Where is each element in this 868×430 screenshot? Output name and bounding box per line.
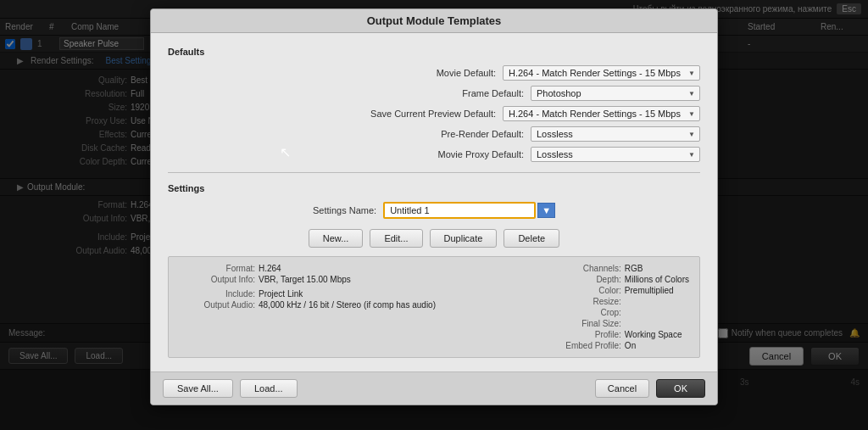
footer-left: Save All... Load... (163, 379, 298, 398)
modal-divider (168, 172, 700, 173)
movie-proxy-select[interactable]: Lossless (531, 147, 700, 162)
mi-include-val: Project Link (259, 289, 303, 299)
save-preview-wrapper: H.264 - Match Render Settings - 15 Mbps (503, 106, 700, 121)
movie-proxy-wrapper: Lossless (531, 147, 700, 162)
modal-cancel-button[interactable]: Cancel (595, 379, 649, 398)
pre-render-row: Pre-Render Default: Lossless (168, 126, 700, 142)
frame-default-select[interactable]: Photoshop (531, 86, 700, 101)
modal-overlay: Output Module Templates Defaults Movie D… (0, 0, 868, 430)
mi-resize-label: Resize: (545, 297, 621, 306)
pre-render-label: Pre-Render Default: (354, 129, 524, 139)
modal-footer: Save All... Load... Cancel OK (151, 371, 717, 405)
modal-info-col-left: Format:H.264 Output Info:VBR, Target 15.… (179, 264, 436, 350)
mi-channels-val: RGB (625, 264, 643, 273)
mi-depth-label: Depth: (545, 275, 621, 284)
save-preview-label: Save Current Preview Default: (326, 109, 496, 119)
mi-output-info-label: Output Info: (179, 275, 255, 284)
movie-default-label: Movie Default: (326, 68, 496, 78)
load-modal-button[interactable]: Load... (240, 379, 298, 398)
modal-info-box: Format:H.264 Output Info:VBR, Target 15.… (168, 256, 700, 358)
modal-title: Output Module Templates (367, 14, 502, 27)
mi-format-label: Format: (179, 264, 255, 273)
edit-button[interactable]: Edit... (370, 229, 422, 248)
movie-proxy-label: Movie Proxy Default: (354, 149, 524, 159)
modal-titlebar: Output Module Templates (151, 9, 717, 33)
mi-output-audio-val: 48,000 kHz / 16 bit / Stereo (if comp ha… (259, 300, 436, 310)
new-button[interactable]: New... (309, 229, 364, 248)
frame-default-label: Frame Default: (354, 88, 524, 98)
mi-include-label: Include: (179, 289, 255, 299)
duplicate-button[interactable]: Duplicate (430, 229, 498, 248)
movie-default-row: Movie Default: H.264 - Match Render Sett… (168, 65, 700, 81)
mi-embed-profile-label: Embed Profile: (545, 341, 621, 350)
mi-color-val: Premultiplied (625, 286, 674, 295)
mi-crop-label: Crop: (545, 308, 621, 317)
save-preview-row: Save Current Preview Default: H.264 - Ma… (168, 106, 700, 121)
output-module-templates-dialog: Output Module Templates Defaults Movie D… (150, 8, 718, 405)
delete-button[interactable]: Delete (504, 229, 559, 248)
mi-depth-val: Millions of Colors (625, 275, 689, 284)
mi-channels-label: Channels: (545, 264, 621, 273)
mi-profile-val: Working Space (625, 330, 682, 339)
mi-format-val: H.264 (259, 264, 281, 273)
modal-body: Defaults Movie Default: H.264 - Match Re… (151, 33, 717, 371)
frame-default-row: Frame Default: Photoshop (168, 86, 700, 101)
modal-ok-button[interactable]: OK (656, 379, 705, 398)
defaults-section-header: Defaults (168, 47, 700, 57)
save-all-modal-button[interactable]: Save All... (163, 379, 233, 398)
settings-name-row: Settings Name: ▼ (168, 202, 700, 219)
settings-name-label: Settings Name: (313, 205, 376, 215)
modal-info-col-right: Channels:RGB Depth:Millions of Colors Co… (545, 264, 689, 350)
mi-output-audio-label: Output Audio: (179, 300, 255, 310)
pre-render-select[interactable]: Lossless (531, 126, 700, 142)
mi-color-label: Color: (545, 286, 621, 295)
pre-render-wrapper: Lossless (531, 126, 700, 142)
mi-final-size-label: Final Size: (545, 319, 621, 328)
action-buttons: New... Edit... Duplicate Delete (168, 229, 700, 248)
movie-proxy-row: Movie Proxy Default: Lossless (168, 147, 700, 162)
mi-profile-label: Profile: (545, 330, 621, 339)
footer-right: Cancel OK (595, 379, 705, 398)
movie-default-wrapper: H.264 - Match Render Settings - 15 Mbps (503, 65, 700, 81)
mi-embed-profile-val: On (625, 341, 636, 350)
save-preview-select[interactable]: H.264 - Match Render Settings - 15 Mbps (503, 106, 700, 121)
settings-name-input[interactable] (383, 202, 536, 219)
frame-default-wrapper: Photoshop (531, 86, 700, 101)
settings-name-dropdown-btn[interactable]: ▼ (537, 203, 555, 218)
movie-default-select[interactable]: H.264 - Match Render Settings - 15 Mbps (503, 65, 700, 81)
mi-output-info-val: VBR, Target 15.00 Mbps (259, 275, 351, 284)
settings-section-header: Settings (168, 183, 700, 193)
